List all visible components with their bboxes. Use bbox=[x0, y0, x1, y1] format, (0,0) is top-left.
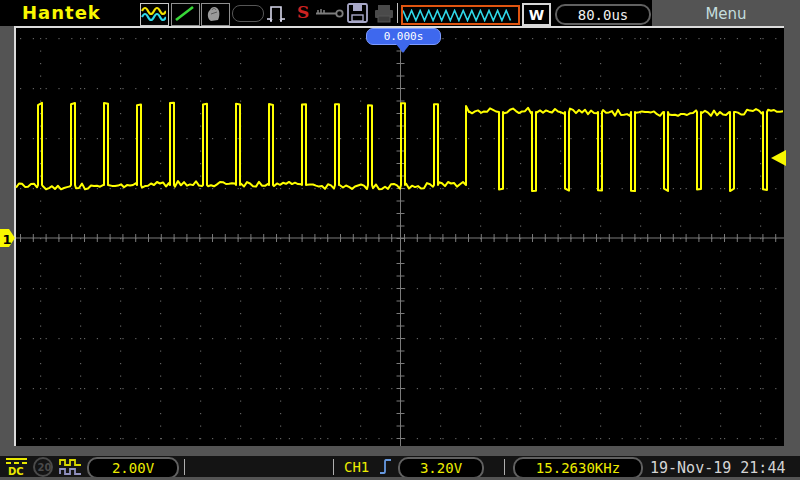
oscilloscope-screen: Hantek S bbox=[0, 0, 800, 480]
bottombar-separator bbox=[504, 459, 505, 475]
preview-waveform-glyph bbox=[403, 9, 514, 22]
dc-coupling-label: DC bbox=[8, 466, 24, 477]
dc-coupling-icon: DC bbox=[5, 457, 29, 477]
sine-waves-icon bbox=[140, 3, 169, 26]
brand-logo: Hantek bbox=[22, 2, 101, 23]
bandwidth-20-label: 20 bbox=[38, 462, 52, 473]
sine-waves-glyph bbox=[141, 4, 166, 23]
trigger-level-readout: 3.20V bbox=[398, 457, 484, 479]
trigger-time-marker-pointer bbox=[396, 44, 410, 53]
top-status-bar: Hantek S bbox=[0, 0, 800, 26]
dual-squarewave-icon bbox=[59, 458, 83, 476]
channel-label: CH1 bbox=[344, 459, 369, 475]
s-indicator: S bbox=[297, 2, 309, 22]
bandwidth-20-icon: 20 bbox=[32, 456, 54, 478]
floppy-icon bbox=[347, 3, 368, 23]
bottombar-separator bbox=[184, 459, 185, 475]
frequency-readout: 15.2630KHz bbox=[513, 457, 643, 479]
preview-waveform bbox=[401, 5, 520, 25]
green-line-glyph bbox=[172, 4, 197, 23]
bottombar-separator bbox=[333, 459, 334, 475]
rising-edge-icon bbox=[379, 457, 393, 477]
menu-area[interactable]: Menu bbox=[652, 0, 800, 26]
menu-button-label[interactable]: Menu bbox=[652, 0, 800, 23]
hand-icon bbox=[201, 3, 230, 26]
scope-display: 1 bbox=[0, 26, 800, 456]
channel1-number: 1 bbox=[3, 232, 12, 247]
volts-per-div-readout: 2.00V bbox=[87, 457, 179, 479]
hand-glyph bbox=[202, 4, 227, 23]
pulse-icon bbox=[266, 4, 287, 23]
key-icon bbox=[315, 8, 344, 19]
green-line-icon bbox=[171, 3, 200, 26]
timebase-readout: 80.0us bbox=[555, 4, 651, 25]
empty-slot bbox=[232, 5, 264, 22]
trigger-time-marker[interactable]: 0.000s bbox=[366, 28, 441, 45]
topbar-separator bbox=[397, 3, 398, 23]
datetime-readout: 19-Nov-19 21:44 bbox=[650, 459, 785, 477]
frame-highlight-left bbox=[14, 26, 16, 446]
w-button: W bbox=[522, 3, 551, 26]
printer-icon bbox=[373, 4, 396, 23]
bottom-status-bar: DC 20 2.00V CH1 3.20V 15.2630KHz 19-Nov-… bbox=[0, 456, 800, 477]
